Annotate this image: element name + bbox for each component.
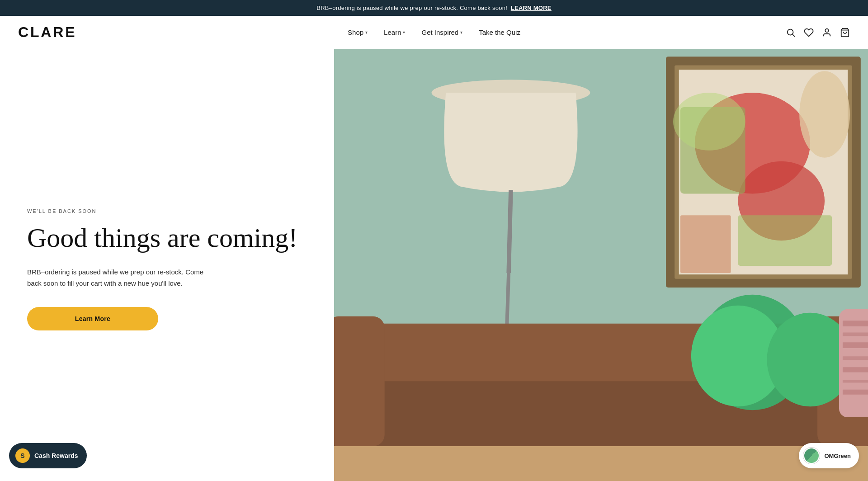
svg-point-14: [799, 71, 850, 157]
chevron-down-icon: ▾: [460, 30, 462, 35]
cash-rewards-label: Cash Rewards: [34, 452, 78, 459]
site-header: CLARE Shop ▾ Learn ▾ Get Inspired ▾ Take…: [0, 16, 868, 49]
announcement-banner: BRB–ordering is paused while we prep our…: [0, 0, 868, 16]
account-icon[interactable]: [822, 28, 832, 38]
svg-line-1: [793, 34, 795, 37]
hero-image-panel: [334, 49, 868, 481]
nav-item-shop[interactable]: Shop ▾: [341, 26, 374, 39]
cash-rewards-widget[interactable]: S Cash Rewards: [9, 443, 87, 468]
hero-heading: Good things are coming!: [27, 223, 302, 253]
cash-rewards-icon: S: [15, 448, 30, 463]
svg-rect-15: [680, 215, 731, 273]
main-nav: Shop ▾ Learn ▾ Get Inspired ▾ Take the Q…: [341, 26, 527, 39]
nav-item-get-inspired[interactable]: Get Inspired ▾: [415, 26, 469, 39]
hero-eyebrow: WE'LL BE BACK SOON: [27, 208, 302, 214]
hero-description: BRB–ordering is paused while we prep our…: [27, 267, 217, 289]
svg-rect-25: [334, 316, 385, 446]
banner-link[interactable]: LEARN MORE: [511, 5, 552, 11]
banner-text: BRB–ordering is paused while we prep our…: [316, 5, 507, 11]
search-icon[interactable]: [786, 28, 796, 38]
svg-point-2: [825, 28, 828, 32]
omgreen-color-swatch: [803, 448, 820, 464]
svg-point-12: [673, 93, 745, 151]
chevron-down-icon: ▾: [365, 30, 368, 35]
omgreen-label: OMGreen: [824, 453, 851, 459]
cart-icon[interactable]: [840, 28, 850, 38]
svg-rect-13: [738, 215, 832, 266]
chevron-down-icon: ▾: [403, 30, 405, 35]
site-logo[interactable]: CLARE: [18, 24, 76, 41]
nav-item-take-quiz[interactable]: Take the Quiz: [472, 26, 527, 39]
nav-item-learn[interactable]: Learn ▾: [377, 26, 411, 39]
hero-left-panel: WE'LL BE BACK SOON Good things are comin…: [0, 49, 334, 481]
svg-line-17: [509, 190, 511, 273]
omgreen-widget[interactable]: OMGreen: [799, 443, 859, 468]
header-actions: [786, 28, 850, 38]
main-content: WE'LL BE BACK SOON Good things are comin…: [0, 49, 868, 481]
learn-more-button[interactable]: Learn More: [27, 307, 158, 330]
wishlist-icon[interactable]: [804, 28, 814, 38]
svg-point-0: [788, 29, 793, 35]
